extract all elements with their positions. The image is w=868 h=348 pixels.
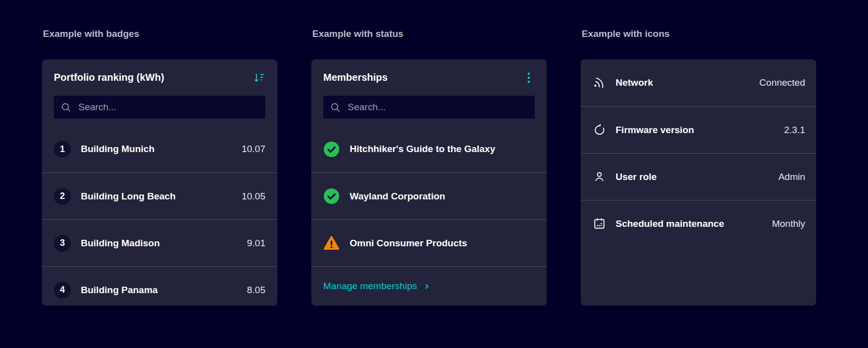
sort-descending-button[interactable] [252, 71, 266, 85]
item-value: 10.07 [241, 144, 265, 155]
calendar-icon [593, 217, 606, 230]
item-value: 10.05 [241, 191, 265, 202]
info-row-user-role: User role Admin [581, 153, 816, 200]
item-label: Wayland Corporation [350, 191, 535, 202]
section-heading: Example with badges [43, 28, 277, 40]
kebab-menu-button[interactable] [522, 71, 536, 85]
list-item[interactable]: Hitchhiker's Guide to the Galaxy [311, 126, 547, 173]
section-heading: Example with status [312, 28, 547, 40]
info-value: Connected [759, 77, 805, 88]
table-row[interactable]: 4 Building Panama 8.05 [42, 266, 277, 306]
card-title: Portfolio ranking (kWh) [54, 72, 252, 83]
item-label: Building Panama [81, 285, 247, 296]
rank-badge: 4 [54, 282, 71, 299]
table-row[interactable]: 3 Building Madison 9.01 [42, 219, 277, 266]
info-value: Monthly [772, 218, 805, 229]
section-status: Example with status Memberships [311, 28, 547, 306]
info-row-network: Network Connected [581, 59, 816, 106]
manage-memberships-link[interactable]: Manage memberships [323, 281, 431, 292]
user-icon [593, 170, 606, 183]
item-label: Building Munich [81, 144, 241, 155]
search-input[interactable] [347, 101, 528, 113]
search-box [54, 96, 265, 119]
search-input[interactable] [77, 101, 258, 113]
info-value: Admin [778, 172, 805, 182]
rank-badge: 1 [54, 141, 71, 158]
card-footer: Manage memberships [311, 266, 547, 306]
chevron-right-icon [423, 283, 431, 290]
item-value: 9.01 [247, 238, 265, 249]
item-label: Building Long Beach [81, 191, 241, 202]
info-label: Firmware version [616, 125, 784, 136]
link-label: Manage memberships [323, 281, 417, 292]
portfolio-ranking-card: Portfolio ranking (kWh) [42, 59, 277, 306]
info-label: User role [616, 172, 778, 182]
item-label: Hitchhiker's Guide to the Galaxy [350, 144, 535, 155]
info-label: Scheduled maintenance [616, 218, 772, 229]
info-row-maintenance: Scheduled maintenance Monthly [581, 200, 816, 247]
rank-badge: 3 [54, 235, 71, 252]
card-header: Portfolio ranking (kWh) [42, 59, 277, 96]
section-badges: Example with badges Portfolio ranking (k… [42, 28, 277, 306]
info-label: Network [616, 77, 759, 88]
table-row[interactable]: 2 Building Long Beach 10.05 [42, 173, 277, 219]
search-icon [330, 102, 341, 113]
card-title: Memberships [323, 72, 522, 83]
check-circle-icon [323, 188, 340, 204]
membership-list: Hitchhiker's Guide to the Galaxy Wayland… [311, 126, 547, 266]
device-info-card: Network Connected Firmware version 2.3.1… [581, 59, 816, 306]
network-icon [593, 76, 606, 90]
item-label: Omni Consumer Products [350, 238, 535, 249]
list-item[interactable]: Omni Consumer Products [311, 219, 547, 266]
info-row-firmware: Firmware version 2.3.1 [581, 106, 816, 153]
item-value: 8.05 [247, 285, 265, 296]
refresh-icon [593, 123, 606, 137]
warning-triangle-icon [323, 235, 340, 251]
memberships-card: Memberships [311, 59, 547, 306]
table-row[interactable]: 1 Building Munich 10.07 [42, 126, 277, 173]
ranking-list: 1 Building Munich 10.07 2 Building Long … [42, 126, 277, 306]
check-circle-icon [323, 141, 340, 158]
search-icon [61, 102, 71, 113]
info-value: 2.3.1 [784, 125, 805, 136]
kebab-menu-icon [522, 71, 535, 84]
section-heading: Example with icons [582, 28, 816, 40]
list-item[interactable]: Wayland Corporation [311, 173, 547, 219]
card-header: Memberships [311, 59, 547, 96]
sort-descending-icon [253, 71, 266, 84]
section-icons: Example with icons Network Connected [581, 28, 816, 306]
rank-badge: 2 [54, 188, 71, 205]
item-label: Building Madison [81, 238, 247, 249]
search-box [323, 96, 535, 119]
